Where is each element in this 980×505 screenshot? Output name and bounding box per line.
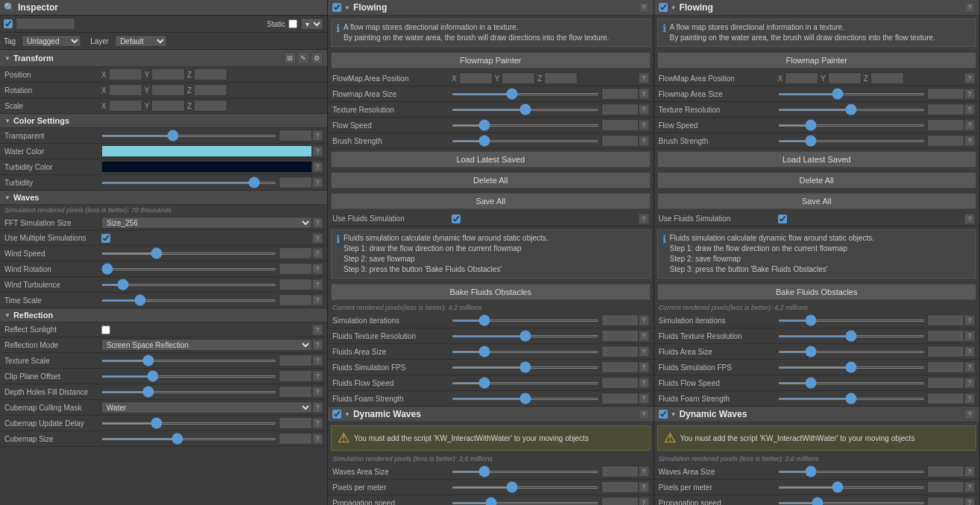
right-use-fluids-checkbox[interactable] — [778, 215, 787, 223]
flow-speed-slider[interactable] — [452, 124, 599, 127]
sim-iterations-slider[interactable] — [452, 320, 599, 322]
wind-speed-value[interactable]: 3 — [279, 247, 312, 259]
use-fluids-help[interactable]: ? — [639, 214, 649, 224]
right-texture-res-help[interactable]: ? — [964, 104, 975, 115]
fluids-tex-res-help[interactable]: ? — [639, 331, 649, 341]
right-delete-all-btn[interactable]: Delete All — [657, 172, 977, 188]
right-brush-strength-slider[interactable] — [778, 140, 926, 142]
wind-rotation-slider[interactable] — [101, 268, 276, 270]
right-fluids-area-size-help[interactable]: ? — [964, 346, 975, 357]
bake-fluids-btn[interactable]: Bake Fluids Obstacles — [331, 284, 651, 300]
fluids-flow-speed-slider[interactable] — [452, 382, 599, 384]
cubemap-size-slider[interactable] — [101, 438, 276, 440]
flow-speed-help[interactable]: ? — [639, 120, 649, 130]
fp-x-input[interactable]: 0 — [459, 72, 493, 84]
scale-x-input[interactable]: 1 — [109, 100, 142, 112]
static-checkbox[interactable] — [288, 19, 297, 28]
propagation-speed-value[interactable]: 0.5 — [601, 497, 639, 505]
texture-res-help[interactable]: ? — [639, 104, 649, 115]
right-fluids-flow-speed-value[interactable]: 1 — [927, 377, 964, 389]
fluids-sim-fps-value[interactable]: 60 — [601, 361, 639, 373]
right-waves-area-size-help[interactable]: ? — [964, 466, 975, 477]
time-scale-slider[interactable] — [101, 299, 276, 302]
right-sim-iterations-value[interactable]: 2 — [927, 314, 964, 326]
cubemap-size-value[interactable]: 256 — [279, 433, 312, 445]
pos-x-input[interactable]: 0 — [109, 69, 142, 80]
right-fluids-tex-res-slider[interactable] — [778, 335, 926, 337]
fluids-flow-speed-value[interactable]: 1 — [601, 377, 639, 389]
clip-plane-help[interactable]: ? — [312, 371, 323, 381]
turbidity-value[interactable]: 0.9 — [279, 177, 312, 188]
reflect-sunlight-checkbox[interactable] — [101, 325, 110, 334]
right-fluids-tex-res-value[interactable]: 1024 — [927, 330, 964, 342]
fluids-foam-strength-value[interactable]: 0.5 — [601, 393, 639, 404]
depth-holes-value[interactable]: 5 — [279, 386, 312, 398]
reflect-sunlight-help[interactable]: ? — [312, 325, 323, 335]
wind-rotation-value[interactable]: 0 — [279, 263, 312, 275]
turbidity-color-swatch[interactable] — [101, 161, 312, 173]
brush-strength-slider[interactable] — [452, 140, 599, 142]
depth-holes-help[interactable]: ? — [312, 387, 323, 397]
right-dynamic-waves-checkbox[interactable] — [659, 410, 668, 419]
waves-area-size-value[interactable]: 40 — [601, 466, 639, 477]
color-settings-header[interactable]: ▼ Color Settings — [0, 114, 327, 128]
layer-dropdown[interactable]: Default — [115, 35, 167, 47]
flowmap-size-slider[interactable] — [452, 93, 599, 95]
load-latest-btn[interactable]: Load Latest Saved — [331, 151, 651, 168]
propagation-speed-help[interactable]: ? — [639, 498, 649, 505]
wind-turbulence-value[interactable]: 0.095 — [279, 279, 312, 290]
texture-scale-help[interactable]: ? — [312, 355, 323, 366]
fluids-area-size-help[interactable]: ? — [639, 346, 649, 357]
dynamic-waves-header[interactable]: ▼ Dynamic Waves ? — [328, 407, 654, 422]
transform-icon-2[interactable]: ✎ — [297, 52, 309, 64]
right-flowmap-pos-help[interactable]: ? — [964, 73, 975, 83]
pos-y-input[interactable]: 27.3 — [151, 69, 185, 80]
tag-dropdown[interactable]: Untagged — [22, 35, 81, 47]
fluids-sim-fps-help[interactable]: ? — [639, 362, 649, 372]
flowing-checkbox[interactable] — [332, 3, 341, 12]
texture-res-slider[interactable] — [452, 109, 599, 111]
right-fluids-foam-strength-help[interactable]: ? — [964, 393, 975, 404]
right-save-all-btn[interactable]: Save All — [657, 193, 977, 209]
right-waves-area-size-slider[interactable] — [778, 471, 926, 473]
turbidity-slider[interactable] — [101, 182, 276, 184]
time-scale-help[interactable]: ? — [312, 295, 323, 305]
right-flowing-checkbox[interactable] — [659, 3, 668, 12]
time-scale-value[interactable]: 1 — [279, 294, 312, 306]
clip-plane-value[interactable]: 0.0028 — [279, 370, 312, 382]
right-fp-x-input[interactable]: 0 — [785, 72, 818, 84]
transform-section-header[interactable]: ▼ Transform ⊞ ✎ ⚙ — [0, 50, 327, 67]
flowmap-size-value[interactable]: 200 — [601, 88, 639, 100]
right-texture-res-slider[interactable] — [778, 109, 926, 111]
right-propagation-speed-value[interactable]: 0.5 — [927, 497, 964, 505]
flowing-header[interactable]: ▼ Flowing ? — [328, 0, 654, 16]
pos-z-input[interactable]: 0 — [194, 69, 227, 80]
cubemap-update-value[interactable]: 3 — [279, 417, 312, 429]
rot-x-input[interactable]: 0 — [109, 84, 142, 96]
fft-dropdown[interactable]: Size_256 — [101, 217, 312, 229]
right-waves-area-size-value[interactable]: 40 — [927, 466, 964, 477]
right-flowmap-size-slider[interactable] — [778, 93, 926, 95]
use-fluids-checkbox[interactable] — [452, 215, 461, 223]
sim-iterations-help[interactable]: ? — [639, 315, 649, 325]
right-fluids-flow-speed-slider[interactable] — [778, 382, 926, 384]
fluids-tex-res-slider[interactable] — [452, 335, 599, 337]
reflection-mode-dropdown[interactable]: Screen Space Reflection — [101, 339, 312, 351]
fp-y-input[interactable]: 27.3 — [502, 72, 535, 84]
right-propagation-speed-help[interactable]: ? — [964, 498, 975, 505]
cubemap-update-slider[interactable] — [101, 422, 276, 425]
delete-all-btn[interactable]: Delete All — [331, 172, 651, 188]
transform-icon-1[interactable]: ⊞ — [284, 52, 296, 64]
right-fp-z-input[interactable]: 0 — [870, 72, 904, 84]
right-flowmap-size-value[interactable]: 200 — [927, 88, 964, 100]
scale-z-input[interactable]: 1 — [194, 100, 227, 112]
fluids-sim-fps-slider[interactable] — [452, 366, 599, 369]
waves-area-size-help[interactable]: ? — [639, 466, 649, 477]
transparent-help[interactable]: ? — [312, 130, 323, 141]
right-fluids-sim-fps-slider[interactable] — [778, 366, 926, 369]
right-flow-speed-help[interactable]: ? — [964, 120, 975, 130]
fluids-area-size-value[interactable]: 40 — [601, 346, 639, 358]
brush-strength-value[interactable]: 0.2 — [601, 135, 639, 147]
right-flow-speed-value[interactable]: 1 — [927, 119, 964, 131]
fluids-foam-strength-help[interactable]: ? — [639, 393, 649, 404]
